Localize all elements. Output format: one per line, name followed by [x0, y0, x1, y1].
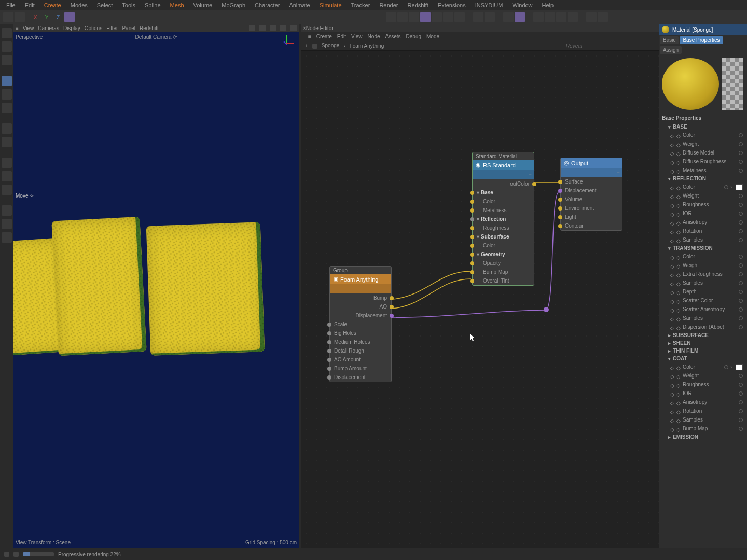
viewport-icon-4[interactable] [290, 25, 297, 31]
strip-settings-icon[interactable] [2, 55, 12, 65]
std-group-subsurface[interactable]: ▾Subsurface [473, 232, 534, 241]
attr-coat-rotation[interactable]: ◇◇Rotation [659, 407, 747, 415]
crumb-nav-icon[interactable] [312, 44, 317, 49]
foam-output-ao[interactable]: AO [330, 302, 391, 311]
output-displacement[interactable]: Displacement [561, 186, 622, 195]
std-group-base[interactable]: ▾Base [473, 188, 534, 197]
perspective-viewport[interactable]: Perspective Default Camera ⟳ Move ✧ View… [13, 32, 299, 548]
strip-scale-icon[interactable] [2, 103, 12, 113]
attr-reflection-ior[interactable]: ◇◇IOR [659, 209, 747, 218]
foam-input-bump-amount[interactable]: Bump Amount [330, 364, 391, 373]
attr-base-color[interactable]: ◇◇Color [659, 131, 747, 139]
attr-group-transmission[interactable]: ▾TRANSMISSION [659, 244, 747, 252]
attr-reflection-color[interactable]: ◇◇Color› [659, 183, 747, 191]
attr-tab-basic[interactable]: Basic [660, 36, 679, 44]
viewport-axis-gizmo[interactable] [280, 35, 296, 51]
toolbar-btn-7[interactable] [454, 12, 465, 22]
attr-reflection-anisotropy[interactable]: ◇◇Anisotropy [659, 218, 747, 227]
strip-tool-c-icon[interactable] [2, 158, 12, 168]
strip-brush-icon[interactable] [2, 205, 12, 216]
crumb-reveal[interactable]: Reveal [566, 43, 655, 49]
foam-input-medium-holees[interactable]: Medium Holees [330, 338, 391, 346]
attr-transmission-scatter-color[interactable]: ◇◇Scatter Color [659, 296, 747, 305]
attr-transmission-dispersion--abbe-[interactable]: ◇◇Dispersion (Abbe) [659, 323, 747, 331]
attr-transmission-samples[interactable]: ◇◇Samples [659, 278, 747, 287]
node-std-outcolor[interactable]: outColor [473, 179, 534, 188]
axis-coord-system-button[interactable] [64, 12, 75, 22]
node-output-toolbar[interactable]: ≡ [561, 168, 622, 177]
attr-group-sheen[interactable]: ▸SHEEN [659, 339, 747, 347]
menu-mograph[interactable]: MoGraph [217, 1, 250, 9]
toolbar-redo-icon[interactable] [15, 12, 25, 22]
toolbar-btn-13[interactable] [545, 12, 555, 22]
attr-transmission-depth[interactable]: ◇◇Depth [659, 287, 747, 296]
strip-tool-a-icon[interactable] [2, 123, 12, 134]
ne-menu-edit[interactable]: Edit [337, 34, 346, 39]
node-foam-anything[interactable]: Group ▣ Foam Anything BumpAODisplacement… [329, 266, 392, 382]
menu-create[interactable]: Create [40, 1, 65, 9]
attr-transmission-extra-roughness[interactable]: ◇◇Extra Roughness [659, 270, 747, 278]
toolbar-btn-5[interactable] [432, 12, 442, 22]
output-contour[interactable]: Contour [561, 221, 622, 230]
strip-tool-g-icon[interactable] [2, 232, 12, 243]
attr-group-reflection[interactable]: ▾REFLECTION [659, 175, 747, 183]
menu-select[interactable]: Select [93, 1, 117, 9]
foam-input-displacement[interactable]: Displacement [330, 373, 391, 382]
attr-coat-roughness[interactable]: ◇◇Roughness [659, 380, 747, 389]
attr-reflection-rotation[interactable]: ◇◇Rotation [659, 227, 747, 235]
attr-transmission-weight[interactable]: ◇◇Weight [659, 261, 747, 270]
node-editor-tab[interactable]: × Node Editor [301, 24, 659, 32]
viewport-icon-0[interactable] [249, 25, 255, 31]
foam-output-bump[interactable]: Bump [330, 293, 391, 302]
toolbar-btn-12[interactable] [533, 12, 544, 22]
attr-coat-samples[interactable]: ◇◇Samples [659, 415, 747, 424]
std-base-metalness[interactable]: Metalness [473, 206, 534, 215]
viewport-icon-1[interactable] [259, 25, 266, 31]
ne-menu-≡[interactable]: ≡ [308, 34, 311, 39]
std-reflection-roughness[interactable]: Roughness [473, 223, 534, 232]
menu-modes[interactable]: Modes [66, 1, 92, 9]
strip-cursor-icon[interactable] [2, 41, 12, 52]
menu-tracker[interactable]: Tracker [347, 1, 375, 9]
ne-menu-assets[interactable]: Assets [385, 34, 401, 39]
ne-menu-mode[interactable]: Mode [426, 34, 439, 39]
viewport-menu-options[interactable]: Options [85, 25, 102, 31]
attr-group-base[interactable]: ▾BASE [659, 123, 747, 131]
std-geometry-opacity[interactable]: Opacity [473, 259, 534, 268]
ne-menu-create[interactable]: Create [316, 34, 332, 39]
toolbar-undo-icon[interactable] [3, 12, 13, 22]
strip-move-icon[interactable] [2, 76, 12, 86]
viewport-menu-cameras[interactable]: Cameras [38, 25, 59, 31]
toolbar-btn-10[interactable] [503, 12, 514, 22]
foam-input-ao-amount[interactable]: AO Amount [330, 355, 391, 364]
attr-tab-assign[interactable]: Assign [660, 46, 682, 54]
status-icon-2[interactable] [13, 552, 19, 557]
std-base-color[interactable]: Color [473, 197, 534, 206]
output-light[interactable]: Light [561, 213, 622, 221]
menu-character[interactable]: Character [251, 1, 284, 9]
strip-search-icon[interactable] [2, 28, 12, 38]
std-group-reflection[interactable]: ▾Reflection [473, 215, 534, 223]
crumb-root[interactable]: Sponge [322, 43, 339, 49]
axis-z-button[interactable]: Z [53, 12, 63, 22]
toolbar-btn-2[interactable] [397, 12, 408, 22]
material-preview-sphere[interactable] [662, 58, 719, 110]
attr-coat-anisotropy[interactable]: ◇◇Anisotropy [659, 398, 747, 407]
menu-tools[interactable]: Tools [118, 1, 140, 9]
attr-base-diffuse-roughness[interactable]: ◇◇Diffuse Roughness [659, 157, 747, 166]
foam-input-scale[interactable]: Scale [330, 320, 391, 329]
attr-base-diffuse-model[interactable]: ◇◇Diffuse Model [659, 148, 747, 157]
attr-coat-weight[interactable]: ◇◇Weight [659, 371, 747, 380]
output-volume[interactable]: Volume [561, 195, 622, 204]
node-rs-standard[interactable]: Standard Material ◉ RS Standard ≡ outCol… [472, 152, 534, 286]
attr-group-emission[interactable]: ▸EMISSION [659, 433, 747, 441]
foam-output-displacement[interactable]: Displacement [330, 311, 391, 320]
menu-volume[interactable]: Volume [189, 1, 217, 9]
menu-render[interactable]: Render [375, 1, 402, 9]
menu-spline[interactable]: Spline [141, 1, 165, 9]
toolbar-btn-8[interactable] [473, 12, 483, 22]
attr-transmission-samples[interactable]: ◇◇Samples [659, 314, 747, 323]
toolbar-btn-11[interactable] [515, 12, 525, 22]
ne-menu-debug[interactable]: Debug [406, 34, 421, 39]
attr-tab-base-properties[interactable]: Base Properties [680, 36, 723, 44]
